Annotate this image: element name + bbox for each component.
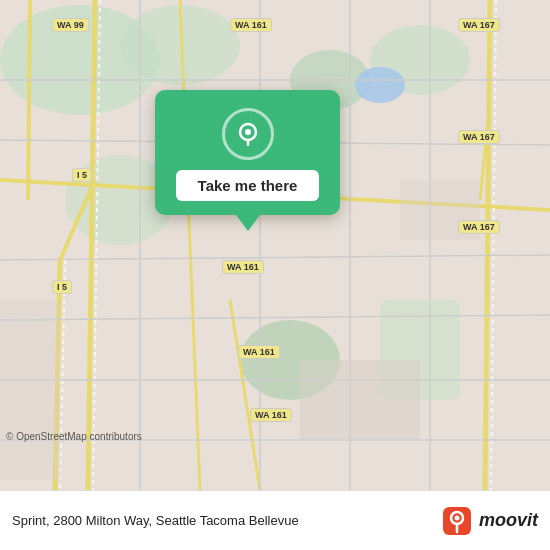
badge-wa161-lower1: WA 161 bbox=[238, 345, 280, 359]
bottom-bar: Sprint, 2800 Milton Way, Seattle Tacoma … bbox=[0, 490, 550, 550]
badge-wa99: WA 99 bbox=[52, 18, 89, 32]
bottom-info: Sprint, 2800 Milton Way, Seattle Tacoma … bbox=[12, 505, 538, 537]
badge-wa161-lower2: WA 161 bbox=[250, 408, 292, 422]
svg-point-26 bbox=[454, 515, 459, 520]
badge-wa161-mid: WA 161 bbox=[222, 260, 264, 274]
location-text: Sprint, 2800 Milton Way, Seattle Tacoma … bbox=[12, 513, 441, 528]
badge-wa167-top: WA 167 bbox=[458, 18, 500, 32]
badge-wa167-mid: WA 167 bbox=[458, 130, 500, 144]
take-me-there-button[interactable]: Take me there bbox=[176, 170, 320, 201]
map-container: WA 99 WA 161 WA 167 WA 167 I 5 WA 167 I … bbox=[0, 0, 550, 490]
svg-point-23 bbox=[245, 129, 251, 135]
moovit-logo: moovit bbox=[441, 505, 538, 537]
badge-i5-lower: I 5 bbox=[52, 280, 72, 294]
location-icon-wrap bbox=[222, 108, 274, 160]
moovit-text: moovit bbox=[479, 510, 538, 531]
location-pin-icon bbox=[235, 121, 261, 147]
svg-point-8 bbox=[355, 67, 405, 103]
svg-rect-19 bbox=[300, 360, 420, 440]
badge-wa161-top: WA 161 bbox=[230, 18, 272, 32]
attribution: © OpenStreetMap contributors bbox=[6, 431, 142, 442]
badge-i5-upper: I 5 bbox=[72, 168, 92, 182]
moovit-icon bbox=[441, 505, 473, 537]
svg-rect-20 bbox=[0, 300, 60, 480]
badge-wa167-lower: WA 167 bbox=[458, 220, 500, 234]
popup-card: Take me there bbox=[155, 90, 340, 215]
